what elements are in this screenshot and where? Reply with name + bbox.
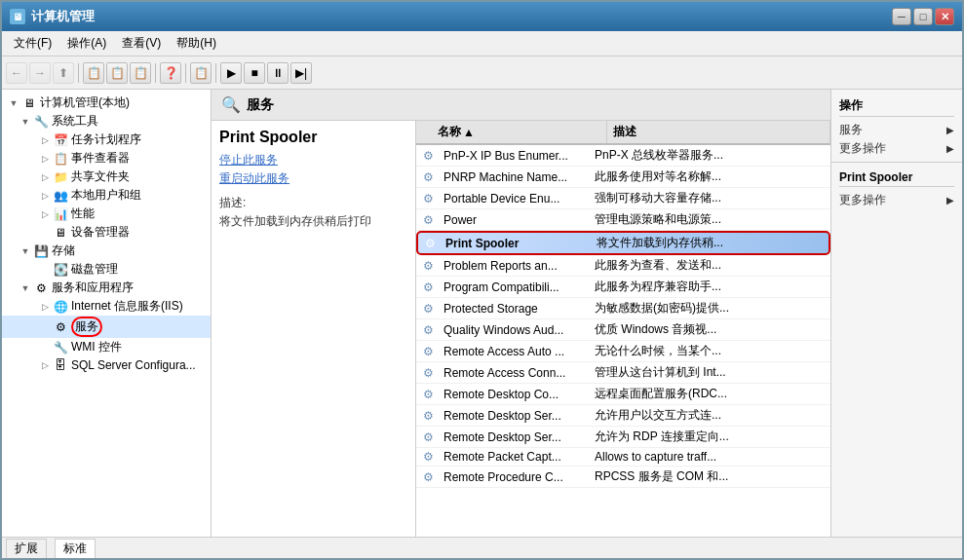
wmi-label: WMI 控件 xyxy=(71,339,122,355)
stop-service-link[interactable]: 停止此服务 xyxy=(219,152,407,168)
users-icon: 👥 xyxy=(53,188,68,204)
copy-button[interactable]: 📋 xyxy=(106,62,128,84)
tree-services-apps[interactable]: ▼ ⚙ 服务和应用程序 xyxy=(2,279,211,297)
service-icon-7: ⚙ xyxy=(420,301,436,317)
service-name-14: Remote Packet Capt... xyxy=(440,448,591,466)
restart-button[interactable]: ▶| xyxy=(290,62,312,84)
service-desc-3: 管理电源策略和电源策... xyxy=(591,209,830,230)
table-row[interactable]: ⚙ Remote Access Conn... 管理从这台计算机到 Int... xyxy=(416,362,830,384)
table-row[interactable]: ⚙ Remote Desktop Ser... 允许用户以交互方式连... xyxy=(416,405,830,427)
tree-event-viewer[interactable]: ▷ 📋 事件查看器 xyxy=(2,149,211,168)
table-row[interactable]: ⚙ Remote Packet Capt... Allows to captur… xyxy=(416,448,830,467)
tree-performance[interactable]: ▷ 📊 性能 xyxy=(2,205,211,223)
stop-button[interactable]: ■ xyxy=(244,62,265,84)
service-name-8: Quality Windows Aud... xyxy=(440,321,591,339)
back-button[interactable]: ← xyxy=(6,62,27,84)
table-row[interactable]: ⚙ Problem Reports an... 此服务为查看、发送和... xyxy=(416,255,830,277)
root-expand-icon[interactable]: ▼ xyxy=(6,95,21,111)
iis-expand[interactable]: ▷ xyxy=(37,299,53,315)
system-tools-expand[interactable]: ▼ xyxy=(18,114,33,130)
services-icon: ⚙ xyxy=(53,319,68,335)
tab-expand[interactable]: 扩展 xyxy=(6,539,47,558)
tree-root[interactable]: ▼ 🖥 计算机管理(本地) xyxy=(2,93,211,112)
root-label: 计算机管理(本地) xyxy=(40,94,130,111)
task-expand[interactable]: ▷ xyxy=(37,132,53,148)
table-row[interactable]: ⚙ Remote Desktop Ser... 允许为 RDP 连接重定向... xyxy=(416,427,830,448)
iis-icon: 🌐 xyxy=(53,299,68,315)
service-desc-5: 此服务为查看、发送和... xyxy=(591,255,830,276)
device-expand[interactable] xyxy=(37,225,53,241)
col-header-desc[interactable]: 描述 xyxy=(607,121,830,143)
table-row[interactable]: ⚙ Remote Desktop Co... 远程桌面配置服务(RDC... xyxy=(416,384,830,405)
close-button[interactable]: ✕ xyxy=(935,8,954,25)
tree-iis[interactable]: ▷ 🌐 Internet 信息服务(IIS) xyxy=(2,297,211,316)
users-expand[interactable]: ▷ xyxy=(37,188,53,204)
tree-wmi[interactable]: 🔧 WMI 控件 xyxy=(2,338,211,356)
svc-apps-expand[interactable]: ▼ xyxy=(18,280,33,296)
table-row[interactable]: ⚙ PnP-X IP Bus Enumer... PnP-X 总线枚举器服务..… xyxy=(416,145,830,167)
play-button[interactable]: ▶ xyxy=(220,62,242,84)
table-row[interactable]: ⚙ Power 管理电源策略和电源策... xyxy=(416,209,830,231)
service-icon-14: ⚙ xyxy=(420,449,436,465)
shared-expand[interactable]: ▷ xyxy=(37,169,53,185)
shared-icon: 📁 xyxy=(53,169,68,185)
service-name-5: Problem Reports an... xyxy=(440,257,591,275)
new-window-button[interactable]: 📋 xyxy=(190,62,212,84)
tree-sql[interactable]: ▷ 🗄 SQL Server Configura... xyxy=(2,356,211,374)
menu-file[interactable]: 文件(F) xyxy=(6,33,59,54)
printspooler-section: Print Spooler 更多操作 ▶ xyxy=(831,162,962,213)
menu-view[interactable]: 查看(V) xyxy=(114,33,169,54)
paste-button[interactable]: 📋 xyxy=(130,62,151,84)
service-name-10: Remote Access Conn... xyxy=(440,364,591,382)
wmi-expand[interactable] xyxy=(37,340,53,355)
minimize-button[interactable]: ─ xyxy=(892,8,911,25)
sql-expand[interactable]: ▷ xyxy=(37,357,53,373)
list-header: 名称 ▲ 描述 xyxy=(416,121,830,145)
event-expand[interactable]: ▷ xyxy=(37,151,53,167)
desc-label: 描述: xyxy=(219,195,407,211)
tree-device-manager[interactable]: 🖥 设备管理器 xyxy=(2,223,211,242)
menu-help[interactable]: 帮助(H) xyxy=(169,33,224,54)
help-button[interactable]: ❓ xyxy=(160,62,181,84)
service-icon-8: ⚙ xyxy=(420,322,436,338)
tree-shared-folders[interactable]: ▷ 📁 共享文件夹 xyxy=(2,168,211,186)
maximize-button[interactable]: □ xyxy=(913,8,933,25)
show-hide-button[interactable]: 📋 xyxy=(83,62,104,84)
table-row[interactable]: ⚙ Remote Procedure C... RPCSS 服务是 COM 和.… xyxy=(416,467,830,488)
tree-task-scheduler[interactable]: ▷ 📅 任务计划程序 xyxy=(2,131,211,149)
toolbar-separator-3 xyxy=(185,63,186,83)
perf-expand[interactable]: ▷ xyxy=(37,206,53,222)
services-expand[interactable] xyxy=(37,319,53,335)
more-actions-2[interactable]: 更多操作 ▶ xyxy=(839,191,954,209)
more-actions-1[interactable]: 更多操作 ▶ xyxy=(839,139,954,158)
tree-system-tools[interactable]: ▼ 🔧 系统工具 xyxy=(2,112,211,131)
col-header-name[interactable]: 名称 ▲ xyxy=(432,121,607,143)
table-row[interactable]: ⚙ Protected Storage 为敏感数据(如密码)提供... xyxy=(416,298,830,319)
restart-service-link[interactable]: 重启动此服务 xyxy=(219,170,407,187)
table-row[interactable]: ⚙ Program Compatibili... 此服务为程序兼容助手... xyxy=(416,277,830,298)
menu-action[interactable]: 操作(A) xyxy=(59,33,114,54)
table-row[interactable]: ⚙ Remote Access Auto ... 无论什么时候，当某个... xyxy=(416,341,830,362)
table-row[interactable]: ⚙ Portable Device Enu... 强制可移动大容量存储... xyxy=(416,188,830,209)
table-row[interactable]: ⚙ Quality Windows Aud... 优质 Windows 音频视.… xyxy=(416,319,830,341)
forward-button[interactable]: → xyxy=(29,62,51,84)
tree-services[interactable]: ⚙ 服务 xyxy=(2,316,211,338)
table-row[interactable]: ⚙ PNRP Machine Name... 此服务使用对等名称解... xyxy=(416,167,830,188)
toolbar: ← → ⬆ 📋 📋 📋 ❓ 📋 ▶ ■ ⏸ ▶| xyxy=(2,56,962,90)
storage-expand[interactable]: ▼ xyxy=(18,243,33,259)
tree-storage[interactable]: ▼ 💾 存储 xyxy=(2,242,211,260)
service-desc-14: Allows to capture traff... xyxy=(591,448,830,466)
tab-standard[interactable]: 标准 xyxy=(55,539,96,558)
tree-disk-management[interactable]: 💽 磁盘管理 xyxy=(2,260,211,279)
wmi-icon: 🔧 xyxy=(53,340,68,355)
up-button[interactable]: ⬆ xyxy=(53,62,74,84)
device-label: 设备管理器 xyxy=(71,224,130,241)
table-row-selected[interactable]: ⚙ Print Spooler 将文件加载到内存供稍... xyxy=(416,231,830,255)
service-desc-15: RPCSS 服务是 COM 和... xyxy=(591,467,830,487)
pause-button[interactable]: ⏸ xyxy=(267,62,289,84)
tree-local-users[interactable]: ▷ 👥 本地用户和组 xyxy=(2,186,211,205)
disk-expand[interactable] xyxy=(37,262,53,278)
status-bar: 扩展 标准 xyxy=(2,537,962,558)
services-action[interactable]: 服务 ▶ xyxy=(839,121,954,139)
service-desc-10: 管理从这台计算机到 Int... xyxy=(591,362,830,383)
